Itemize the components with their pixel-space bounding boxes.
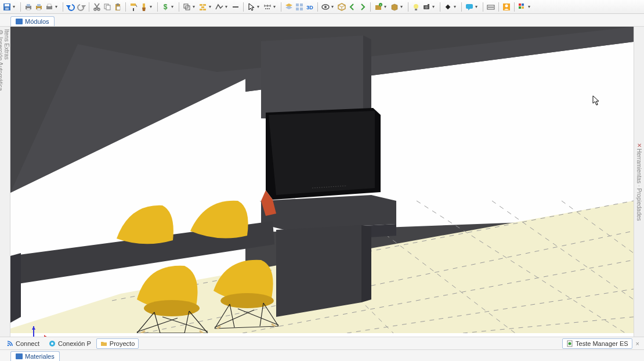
ruler-dropdown[interactable]: ▾	[273, 4, 278, 9]
brush-dropdown[interactable]: ▾	[150, 4, 154, 9]
box-icon[interactable]	[390, 2, 399, 12]
save-icon[interactable]	[2, 2, 12, 12]
polyline-icon[interactable]	[215, 2, 224, 12]
tab-connect[interactable]: Connect	[2, 338, 44, 349]
svg-rect-7	[37, 4, 41, 6]
clone-icon[interactable]	[182, 2, 191, 12]
svg-rect-58	[446, 4, 450, 9]
materials-tab-bar: Materiales	[0, 349, 644, 361]
svg-point-126	[8, 344, 9, 346]
dollar-icon[interactable]: $	[161, 2, 170, 12]
cube-icon[interactable]	[337, 2, 346, 12]
paste-icon[interactable]	[113, 2, 122, 12]
print-icon[interactable]	[24, 2, 33, 12]
top-tab-bar: Módulos	[0, 14, 644, 27]
polyline-dropdown[interactable]: ▾	[225, 4, 230, 9]
svg-rect-43	[300, 8, 303, 10]
user-icon[interactable]	[502, 2, 511, 12]
diamond-icon[interactable]	[443, 2, 453, 12]
print-color-icon[interactable]	[34, 2, 44, 12]
close-icon[interactable]: ×	[634, 340, 642, 347]
box2-dropdown[interactable]: ▾	[400, 4, 405, 9]
clone-dropdown[interactable]: ▾	[193, 4, 197, 9]
cut-icon[interactable]	[92, 2, 102, 12]
camera-icon[interactable]	[422, 2, 431, 12]
wall-icon[interactable]	[198, 2, 208, 12]
print-alt-icon[interactable]	[45, 2, 54, 12]
eye-dropdown[interactable]: ▾	[331, 4, 336, 9]
svg-rect-20	[131, 3, 136, 6]
keyboard-icon[interactable]	[486, 2, 495, 12]
brush-icon[interactable]	[139, 2, 149, 12]
folder-icon	[100, 340, 107, 347]
tab-modulos[interactable]: Módulos	[10, 16, 55, 26]
svg-rect-70	[519, 6, 521, 9]
pointer-dropdown[interactable]: ▾	[257, 4, 262, 9]
tab-proyecto[interactable]: Proyecto	[96, 338, 139, 349]
group-icon[interactable]	[295, 2, 304, 12]
pointer-icon[interactable]	[247, 2, 256, 12]
chat-dropdown[interactable]: ▾	[475, 4, 480, 9]
chat-icon[interactable]	[465, 2, 474, 12]
svg-rect-41	[300, 3, 303, 6]
svg-line-21	[136, 5, 137, 7]
svg-rect-27	[200, 4, 202, 6]
box-add-icon[interactable]: +	[374, 2, 383, 12]
svg-point-53	[414, 4, 418, 9]
diamond-dropdown[interactable]: ▾	[454, 4, 458, 9]
svg-rect-71	[522, 6, 524, 9]
svg-rect-29	[201, 6, 204, 8]
svg-rect-19	[117, 6, 120, 10]
paint-roller-icon[interactable]	[129, 2, 138, 12]
svg-rect-42	[296, 8, 299, 10]
3d-viewport[interactable]	[10, 27, 634, 337]
layers-icon[interactable]	[284, 2, 294, 12]
svg-rect-54	[415, 9, 417, 10]
svg-marker-89	[261, 195, 396, 230]
tab-teste-manager[interactable]: Teste Manager ES	[562, 338, 632, 349]
doc-icon	[566, 340, 573, 347]
svg-point-67	[505, 4, 508, 7]
svg-rect-5	[27, 8, 30, 10]
svg-rect-57	[428, 4, 429, 5]
svg-marker-125	[32, 326, 35, 330]
svg-rect-2	[5, 8, 9, 10]
print-dropdown[interactable]: ▾	[55, 4, 60, 9]
svg-rect-10	[48, 4, 51, 6]
box-dropdown[interactable]: ▾	[384, 4, 389, 9]
arrow-left-icon[interactable]	[348, 2, 357, 12]
svg-rect-59	[466, 4, 473, 9]
svg-text:3D: 3D	[306, 5, 313, 10]
svg-point-128	[51, 342, 53, 345]
svg-marker-87	[261, 35, 363, 120]
color-grid-icon[interactable]	[518, 2, 527, 12]
tab-conexion[interactable]: Conexión P	[45, 338, 95, 349]
color-grid-dropdown[interactable]: ▾	[528, 4, 533, 9]
save-dropdown[interactable]: ▾	[13, 4, 17, 9]
dollar-dropdown[interactable]: ▾	[171, 4, 176, 9]
ruler-icon[interactable]	[263, 2, 272, 12]
svg-line-47	[338, 5, 342, 7]
arrow-right-icon[interactable]	[358, 2, 367, 12]
eye-icon[interactable]	[321, 2, 330, 12]
right-panel-label: Herramientas · Propiedades	[636, 149, 642, 221]
svg-line-48	[342, 5, 345, 7]
svg-marker-94	[269, 111, 375, 195]
svg-point-56	[425, 6, 428, 9]
3d-icon[interactable]: 3D	[305, 2, 314, 12]
right-panel-rail[interactable]: ✕ Herramientas · Propiedades	[634, 27, 644, 337]
left-panel-rail[interactable]: Itens Extras ⚙ Inserción Automática ⬜ Li…	[0, 27, 10, 337]
wall-dropdown[interactable]: ▾	[209, 4, 214, 9]
undo-icon[interactable]	[66, 2, 75, 12]
svg-rect-69	[522, 3, 524, 6]
copy-icon[interactable]	[103, 2, 112, 12]
minus-icon[interactable]	[231, 2, 240, 12]
camera-dropdown[interactable]: ▾	[432, 4, 437, 9]
svg-rect-30	[200, 9, 202, 10]
bottom-tab-bar: Connect Conexión P Proyecto Teste Manage…	[0, 337, 644, 349]
svg-point-46	[324, 6, 327, 8]
lightbulb-icon[interactable]	[411, 2, 421, 12]
redo-icon[interactable]	[77, 2, 86, 12]
svg-rect-16	[106, 5, 110, 10]
tab-materiales[interactable]: Materiales	[10, 351, 60, 361]
